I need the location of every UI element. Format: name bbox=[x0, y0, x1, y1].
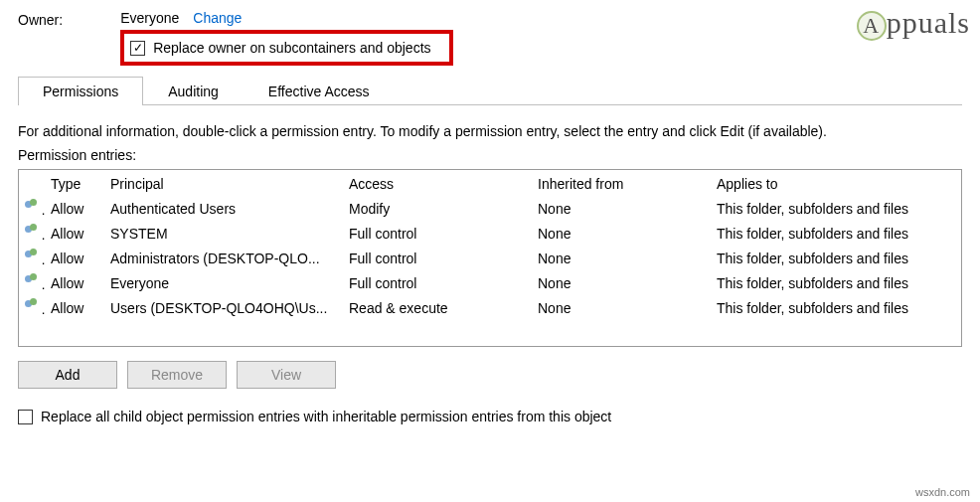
add-button[interactable]: Add bbox=[18, 361, 117, 389]
cell-inherited: None bbox=[532, 270, 711, 295]
cell-access: Modify bbox=[343, 196, 532, 221]
cell-principal: Everyone bbox=[104, 270, 343, 295]
table-row[interactable]: AllowAdministrators (DESKTOP-QLO...Full … bbox=[19, 246, 961, 270]
cell-access: Full control bbox=[343, 270, 532, 295]
tab-effective-access[interactable]: Effective Access bbox=[244, 77, 395, 105]
replace-children-checkbox[interactable] bbox=[18, 410, 33, 424]
cell-inherited: None bbox=[532, 221, 711, 246]
cell-applies: This folder, subfolders and files bbox=[711, 246, 961, 270]
cell-type: Allow bbox=[45, 196, 104, 221]
table-row[interactable]: AllowEveryoneFull controlNoneThis folder… bbox=[19, 270, 961, 295]
col-applies[interactable]: Applies to bbox=[711, 170, 961, 196]
remove-button[interactable]: Remove bbox=[127, 361, 227, 389]
owner-label: Owner: bbox=[18, 10, 63, 28]
cell-principal: Users (DESKTOP-QLO4OHQ\Us... bbox=[104, 295, 343, 320]
cell-applies: This folder, subfolders and files bbox=[711, 270, 961, 295]
cell-applies: This folder, subfolders and files bbox=[711, 295, 961, 320]
users-icon bbox=[25, 224, 41, 240]
replace-owner-label: Replace owner on subcontainers and objec… bbox=[153, 40, 430, 56]
cell-inherited: None bbox=[532, 295, 711, 320]
cell-type: Allow bbox=[45, 270, 104, 295]
tab-auditing[interactable]: Auditing bbox=[143, 77, 244, 105]
replace-owner-highlight: ✓ Replace owner on subcontainers and obj… bbox=[120, 30, 452, 66]
col-access[interactable]: Access bbox=[343, 170, 532, 196]
users-icon bbox=[25, 199, 41, 215]
replace-owner-checkbox[interactable]: ✓ bbox=[130, 41, 145, 56]
col-inherited[interactable]: Inherited from bbox=[532, 170, 711, 196]
users-icon bbox=[25, 298, 41, 314]
users-icon bbox=[25, 249, 41, 264]
table-row[interactable]: AllowUsers (DESKTOP-QLO4OHQ\Us...Read & … bbox=[19, 295, 961, 320]
permission-entries-table: Type Principal Access Inherited from App… bbox=[18, 169, 962, 347]
cell-type: Allow bbox=[45, 295, 104, 320]
cell-access: Read & execute bbox=[343, 295, 532, 320]
replace-children-label: Replace all child object permission entr… bbox=[41, 409, 611, 424]
cell-principal: SYSTEM bbox=[104, 221, 343, 246]
cell-applies: This folder, subfolders and files bbox=[711, 221, 961, 246]
cell-type: Allow bbox=[45, 246, 104, 270]
col-principal[interactable]: Principal bbox=[104, 170, 343, 196]
table-row[interactable]: AllowAuthenticated UsersModifyNoneThis f… bbox=[19, 196, 961, 221]
cell-principal: Authenticated Users bbox=[104, 196, 343, 221]
tabs: Permissions Auditing Effective Access bbox=[18, 76, 962, 105]
view-button[interactable]: View bbox=[237, 361, 336, 389]
users-icon bbox=[25, 273, 41, 289]
change-owner-link[interactable]: Change bbox=[193, 10, 242, 26]
cell-inherited: None bbox=[532, 196, 711, 221]
permission-entries-label: Permission entries: bbox=[18, 147, 962, 163]
info-text: For additional information, double-click… bbox=[18, 123, 962, 139]
footer-credit: wsxdn.com bbox=[915, 486, 970, 498]
cell-type: Allow bbox=[45, 221, 104, 246]
cell-inherited: None bbox=[532, 246, 711, 270]
cell-applies: This folder, subfolders and files bbox=[711, 196, 961, 221]
cell-principal: Administrators (DESKTOP-QLO... bbox=[104, 246, 343, 270]
cell-access: Full control bbox=[343, 221, 532, 246]
table-header-row: Type Principal Access Inherited from App… bbox=[19, 170, 961, 196]
cell-access: Full control bbox=[343, 246, 532, 270]
col-type[interactable]: Type bbox=[45, 170, 104, 196]
table-row[interactable]: AllowSYSTEMFull controlNoneThis folder, … bbox=[19, 221, 961, 246]
tab-permissions[interactable]: Permissions bbox=[18, 77, 143, 105]
owner-value: Everyone bbox=[120, 10, 179, 26]
